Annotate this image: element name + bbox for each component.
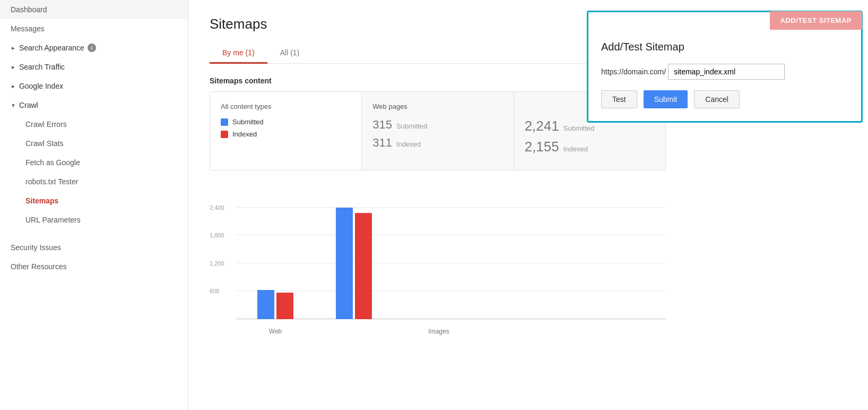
y-label-600: 600 xyxy=(210,288,219,294)
web-indexed-label: Indexed xyxy=(396,140,421,148)
bar-web-indexed xyxy=(276,293,293,319)
chart-x-labels: Web Images xyxy=(236,325,666,335)
popup-title: Add/Test Sitemap xyxy=(601,41,848,53)
chevron-right-icon: ► xyxy=(11,64,16,70)
sidebar-item-dashboard[interactable]: Dashboard xyxy=(0,0,188,19)
sidebar-item-fetch-as-google[interactable]: Fetch as Google xyxy=(0,153,188,172)
sidebar-item-messages[interactable]: Messages xyxy=(0,19,188,38)
sidebar-item-search-traffic[interactable]: ► Search Traffic xyxy=(0,57,188,76)
add-test-sitemap-popup: ADD/TEST SITEMAP Add/Test Sitemap https:… xyxy=(587,11,863,123)
popup-sitemap-input[interactable] xyxy=(668,64,785,80)
legend-submitted: Submitted xyxy=(221,118,351,126)
web-submitted-row: 315 Submitted xyxy=(372,118,502,132)
bar-images-submitted xyxy=(336,208,353,319)
bar-images-indexed xyxy=(355,213,372,319)
sidebar-item-crawl-errors[interactable]: Crawl Errors xyxy=(0,115,188,134)
sidebar-item-other-resources[interactable]: Other Resources xyxy=(0,257,188,276)
chevron-down-icon: ▼ xyxy=(11,102,16,108)
images-submitted-num: 2,241 xyxy=(525,118,559,134)
y-label-1800: 1,800 xyxy=(210,232,224,238)
sidebar-item-sitemaps[interactable]: Sitemaps xyxy=(0,191,188,210)
images-indexed-num: 2,155 xyxy=(525,139,559,155)
info-icon: i xyxy=(88,44,96,52)
web-submitted-label: Submitted xyxy=(396,122,428,130)
chevron-right-icon: ► xyxy=(11,45,16,51)
images-indexed-row: 2,155 Indexed xyxy=(525,139,655,155)
x-label-web: Web xyxy=(257,325,293,335)
add-test-sitemap-button[interactable]: ADD/TEST SITEMAP xyxy=(770,11,862,30)
bar-group-images xyxy=(336,208,372,319)
sidebar-item-robots-txt[interactable]: robots.txt Tester xyxy=(0,172,188,191)
tab-by-me[interactable]: By me (1) xyxy=(210,43,267,64)
sidebar-item-security-issues[interactable]: Security Issues xyxy=(0,238,188,257)
col-all-label: All content types xyxy=(221,102,351,110)
images-indexed-label: Indexed xyxy=(563,145,588,153)
popup-url-row: https://domain.com/ xyxy=(601,64,848,80)
chevron-right-icon: ► xyxy=(11,83,16,89)
sidebar: Dashboard Messages ► Search Appearance i… xyxy=(0,0,188,410)
bar-web-submitted xyxy=(257,290,274,319)
sidebar-item-google-index[interactable]: ► Google Index xyxy=(0,76,188,96)
cancel-button[interactable]: Cancel xyxy=(694,90,740,108)
x-label-images: Images xyxy=(421,325,457,335)
y-label-1200: 1,200 xyxy=(210,260,224,267)
legend-submitted-color xyxy=(221,118,228,126)
content-col-web: Web pages 315 Submitted 311 Indexed xyxy=(361,92,513,170)
content-col-all: All content types Submitted Indexed xyxy=(210,92,361,170)
sidebar-item-crawl-stats[interactable]: Crawl Stats xyxy=(0,134,188,153)
bar-group-web xyxy=(257,290,293,319)
chart-bars-container xyxy=(236,186,666,319)
popup-actions: Test Submit Cancel xyxy=(601,90,848,108)
web-indexed-row: 311 Indexed xyxy=(372,136,502,150)
tab-all[interactable]: All (1) xyxy=(267,43,313,64)
test-button[interactable]: Test xyxy=(601,90,637,108)
popup-url-prefix: https://domain.com/ xyxy=(601,67,666,76)
sidebar-item-url-parameters[interactable]: URL Parameters xyxy=(0,210,188,229)
sidebar-item-crawl[interactable]: ▼ Crawl xyxy=(0,96,188,115)
submit-button[interactable]: Submit xyxy=(644,90,688,108)
web-indexed-num: 311 xyxy=(372,136,392,150)
col-web-label: Web pages xyxy=(372,102,502,110)
y-label-2400: 2,400 xyxy=(210,204,224,211)
bar-chart: 2,400 1,800 1,200 600 xyxy=(210,186,666,335)
popup-inner: Add/Test Sitemap https://domain.com/ Tes… xyxy=(588,28,861,121)
web-submitted-num: 315 xyxy=(372,118,392,132)
main-content: Sitemaps By me (1) All (1) Sitemaps cont… xyxy=(188,0,868,410)
legend-indexed: Indexed xyxy=(221,130,351,138)
images-submitted-label: Submitted xyxy=(563,124,595,132)
sidebar-item-search-appearance[interactable]: ► Search Appearance i xyxy=(0,38,188,57)
legend-indexed-color xyxy=(221,131,228,138)
